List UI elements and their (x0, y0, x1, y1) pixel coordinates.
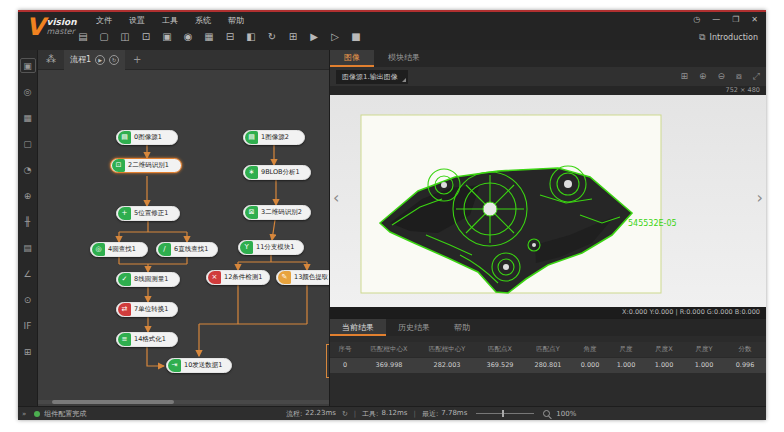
flow-node-n11[interactable]: Y11分支模块1 (238, 240, 304, 255)
node-label: 0图像源1 (131, 133, 166, 142)
zoom-out-icon[interactable]: ⊖ (718, 71, 726, 82)
pixel-readout: X:0.000 Y:0.000 | R:0.000 G:0.000 B:0.00… (330, 307, 766, 318)
location-tool-icon[interactable]: ◎ (20, 84, 36, 99)
result-tab-0[interactable]: 当前结果 (330, 319, 386, 336)
add-flow-button[interactable]: + (133, 54, 141, 65)
column-header: 分数 (724, 342, 766, 357)
run-once-button[interactable]: ▶ (95, 55, 105, 65)
flow-node-n6[interactable]: /6直线查找1 (156, 242, 218, 257)
about-clock-button[interactable]: ◷ (693, 15, 700, 25)
float-window-icon[interactable]: ⤢ (753, 71, 760, 82)
calibration-tool-icon[interactable]: ⊙ (20, 292, 36, 307)
table-header-row: 序号匹配框中心X匹配框中心Y匹配点X匹配点Y角度尺度尺度X尺度Y分数 (330, 342, 766, 357)
flow-node-n10[interactable]: ⇥10发送数据1 (166, 358, 232, 373)
table-row[interactable]: 0369.998282.003369.529280.8010.0001.0001… (330, 357, 766, 373)
node-icon: × (208, 271, 221, 284)
flow-edges (38, 70, 329, 406)
node-icon: ≡ (118, 333, 131, 346)
result-tab-1[interactable]: 历史结果 (386, 319, 442, 336)
menu-item-4[interactable]: 帮助 (228, 15, 244, 26)
menu-item-1[interactable]: 设置 (129, 15, 145, 26)
camera-icon[interactable]: ◉ (181, 29, 195, 44)
list-tool-icon[interactable]: ▤ (20, 240, 36, 255)
image-source-dropdown[interactable]: 图像源1.输出图像 (336, 70, 408, 84)
recognition-tool-icon[interactable]: ⊕ (20, 188, 36, 203)
flow-node-n1[interactable]: ▤1图像源2 (243, 130, 305, 145)
one-to-one-icon[interactable]: ⧇ (736, 71, 742, 82)
communication-icon[interactable]: ⊞ (286, 29, 300, 44)
refresh-icon[interactable]: ↻ (342, 410, 348, 418)
export-icon[interactable]: ⊡ (139, 29, 153, 44)
app-window: V vision master 文件设置工具系统帮助 ▤▢◫⊡▣◉▦⊟◧↻⊞▶▷… (18, 10, 766, 420)
window-layout-icon[interactable]: ▣ (160, 29, 174, 44)
flow-node-n5[interactable]: +5位置修正1 (116, 206, 180, 221)
flow-node-n3[interactable]: ⊠3二维码识别2 (243, 205, 311, 220)
image-tab-0[interactable]: 图像 (330, 50, 374, 67)
flow-node-n13[interactable]: ✎13颜色提取1 (276, 270, 329, 285)
introduction-label: Introduction (710, 33, 758, 42)
data-queue-icon[interactable]: ▦ (202, 29, 216, 44)
flow-node-n0[interactable]: ▤0图像源1 (116, 130, 178, 145)
image-resolution: 752 × 480 (330, 86, 766, 95)
fit-view-icon[interactable]: ⊞ (680, 71, 688, 82)
flow-node-n8[interactable]: ✓8线圆测量1 (116, 272, 180, 287)
acquisition-tool-icon[interactable]: ▣ (20, 58, 36, 73)
window-controls: ◷—❐✕ (693, 15, 758, 25)
logic-if-tool-icon[interactable]: IF (20, 318, 36, 333)
module-manager-icon[interactable]: ◧ (244, 29, 258, 44)
flow-canvas[interactable]: ▤0图像源1▤1图像源2⊡2二维码识别1∗9BLOB分析1+5位置修正1⊠3二维… (38, 70, 329, 406)
caliper-tool-icon[interactable]: ╫ (20, 214, 36, 229)
save-as-icon[interactable]: ◫ (118, 29, 132, 44)
image-viewer-toolbar: 图像源1.输出图像 ⊞⊕⊖⧇⤢ (330, 67, 766, 86)
menu-item-0[interactable]: 文件 (96, 15, 112, 26)
column-header: 尺度Y (684, 342, 724, 357)
column-header: 匹配框中心X (360, 342, 418, 357)
restore-button[interactable]: ❐ (732, 15, 739, 25)
result-tab-2[interactable]: 帮助 (442, 319, 482, 336)
menu-item-2[interactable]: 工具 (162, 15, 178, 26)
minimize-button[interactable]: — (712, 15, 720, 25)
menu-item-3[interactable]: 系统 (195, 15, 211, 26)
column-header: 尺度 (608, 342, 644, 357)
run-continuous-icon[interactable]: ▷ (328, 29, 342, 44)
stop-icon[interactable]: ■ (349, 29, 363, 44)
communication-tool-icon[interactable]: ⊞ (20, 344, 36, 359)
flow-node-n7[interactable]: ⇄7单位转换1 (116, 302, 178, 317)
open-icon[interactable]: ▢ (97, 29, 111, 44)
flow-node-n14[interactable]: ≡14格式化1 (116, 332, 178, 347)
crop-tool-icon[interactable]: ▢ (20, 136, 36, 151)
next-image-arrow[interactable]: › (757, 190, 763, 206)
image-tool-icon[interactable]: ▦ (20, 110, 36, 125)
save-icon[interactable]: ▤ (76, 29, 90, 44)
flow-node-n12[interactable]: ×12条件检测1 (206, 270, 270, 285)
run-loop-button[interactable]: ↻ (109, 55, 119, 65)
defect-tool-icon[interactable]: ∠ (20, 266, 36, 281)
sync-icon[interactable]: ↻ (265, 29, 279, 44)
io-card-icon[interactable]: ⊟ (223, 29, 237, 44)
zoom-in-icon[interactable]: ⊕ (699, 71, 707, 82)
node-label: 9BLOB分析1 (258, 168, 304, 177)
image-tab-1[interactable]: 模块结果 (374, 50, 434, 67)
image-viewport[interactable]: ‹ › (330, 95, 766, 307)
prev-image-arrow[interactable]: ‹ (333, 190, 339, 206)
canvas-hscrollbar[interactable] (38, 400, 329, 404)
flow-list-icon[interactable]: ⁂ (46, 54, 56, 65)
flow-tab[interactable]: 流程1 ▶ ↻ (64, 50, 125, 70)
flow-node-n2[interactable]: ⊡2二维码识别1 (110, 158, 182, 173)
node-icon: ✓ (118, 273, 131, 286)
status-ok-dot (34, 411, 40, 417)
zoom-slider[interactable] (476, 413, 534, 414)
flow-overview-box[interactable] (326, 344, 329, 378)
introduction-button[interactable]: ⧉ Introduction (699, 32, 758, 43)
flow-node-n4[interactable]: ◎4圆查找1 (90, 242, 148, 257)
statusbar-expand-icon[interactable]: » (22, 410, 26, 418)
flow-edge (272, 220, 275, 240)
close-button[interactable]: ✕ (751, 15, 758, 25)
canvas-hscroll-thumb[interactable] (52, 400, 174, 404)
measure-tool-icon[interactable]: ◔ (20, 162, 36, 177)
run-once-icon[interactable]: ▶ (307, 29, 321, 44)
zoom-slider-handle[interactable] (502, 410, 504, 417)
flow-node-n9[interactable]: ∗9BLOB分析1 (243, 165, 311, 180)
table-cell: 0 (330, 358, 360, 373)
app-logo: V vision master (26, 15, 77, 39)
